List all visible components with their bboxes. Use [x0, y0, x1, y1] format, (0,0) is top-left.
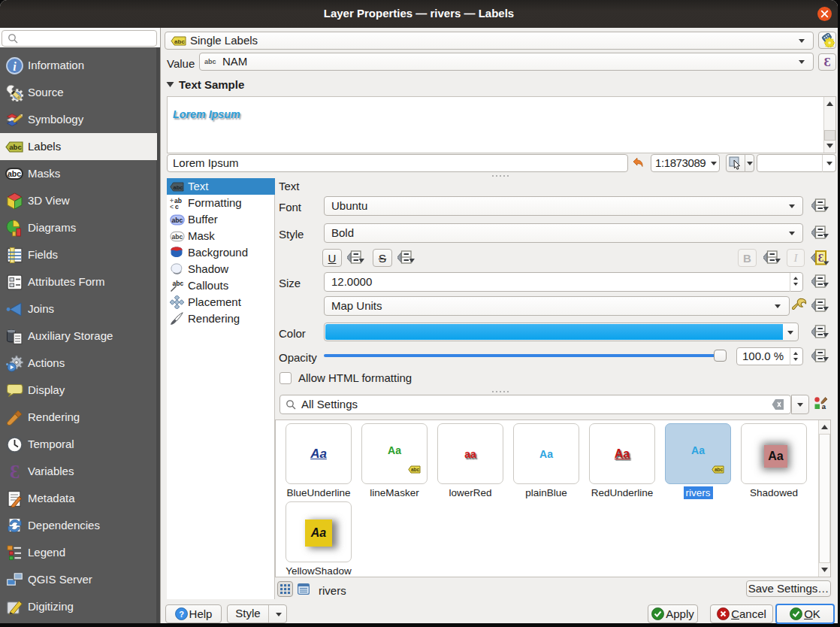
svg-text:abc: abc	[174, 183, 183, 190]
svg-text:i: i	[13, 59, 17, 72]
svg-text:abc: abc	[8, 169, 21, 178]
svg-text:abc: abc	[204, 58, 216, 65]
svg-text:abc: abc	[172, 232, 183, 240]
svg-text:c: c	[175, 203, 179, 210]
svg-text:Ɛ: Ɛ	[818, 253, 823, 264]
svg-text:a: a	[822, 402, 826, 410]
svg-text:abc: abc	[174, 38, 185, 45]
svg-text:abc: abc	[173, 280, 184, 287]
svg-text:<: <	[170, 203, 174, 210]
svg-text:abc: abc	[411, 467, 420, 472]
svg-text:abc: abc	[9, 143, 21, 151]
svg-text:Ɛ: Ɛ	[9, 463, 19, 480]
svg-text:?: ?	[179, 610, 184, 619]
svg-text:abc: abc	[172, 216, 183, 223]
svg-text:abc: abc	[715, 467, 724, 472]
